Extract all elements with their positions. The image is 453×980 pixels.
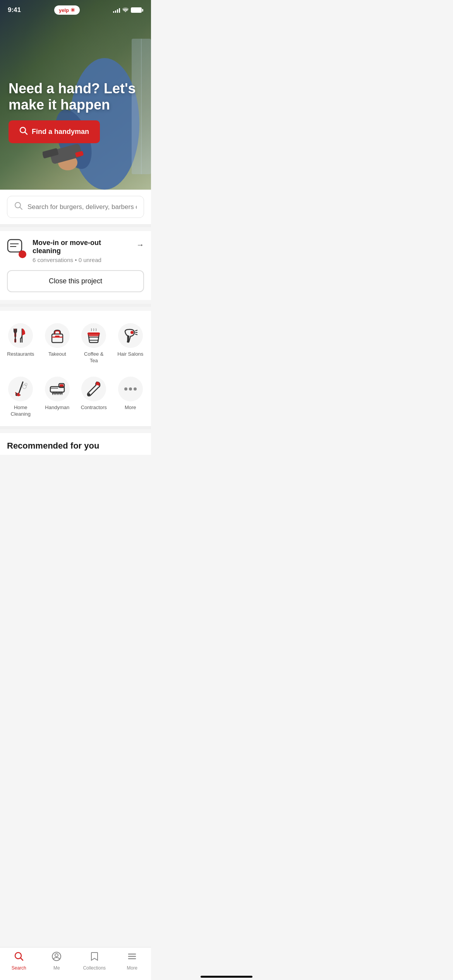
signal-icon <box>113 7 120 13</box>
svg-rect-31 <box>55 336 60 337</box>
hero-section: Need a hand? Let's make it happen Find a… <box>0 0 151 190</box>
status-icons <box>113 7 143 13</box>
close-project-button[interactable]: Close this project <box>7 270 144 292</box>
fork-knife-icon <box>12 327 29 344</box>
find-handyman-button[interactable]: Find a handyman <box>9 120 100 143</box>
chat-bubbles-icon <box>7 239 27 259</box>
category-takeout[interactable]: Takeout <box>41 319 74 369</box>
recommended-section: Recommended for you <box>0 433 151 455</box>
hair-salons-icon-wrap <box>118 323 143 348</box>
recommended-title: Recommended for you <box>7 441 144 451</box>
svg-line-36 <box>135 330 137 331</box>
hero-title: Need a hand? Let's make it happen <box>9 81 142 113</box>
category-home-cleaning[interactable]: Home Cleaning <box>4 372 38 422</box>
restaurants-label: Restaurants <box>7 351 34 358</box>
find-handyman-label: Find a handyman <box>32 128 89 136</box>
yelp-logo: yelp ✳ <box>54 5 80 15</box>
handyman-label: Handyman <box>45 404 69 411</box>
restaurants-icon-wrap <box>8 323 33 348</box>
search-input[interactable] <box>27 203 137 211</box>
separator-1 <box>0 224 151 227</box>
wifi-icon <box>122 7 129 13</box>
broom-icon <box>12 380 29 397</box>
svg-point-35 <box>131 332 133 333</box>
hero-text-area: Need a hand? Let's make it happen Find a… <box>9 81 142 143</box>
category-contractors[interactable]: Contractors <box>77 372 111 422</box>
categories-grid: Restaurants Takeout <box>4 319 147 422</box>
home-cleaning-label: Home Cleaning <box>6 404 35 418</box>
project-info: Move-in or move-out cleaning 6 conversat… <box>33 239 131 263</box>
category-handyman[interactable]: Handyman <box>41 372 74 422</box>
separator-2 <box>0 304 151 307</box>
more-dots-icon <box>122 380 139 397</box>
svg-line-38 <box>135 334 137 335</box>
takeout-icon-wrap <box>45 323 70 348</box>
svg-line-11 <box>20 207 22 209</box>
categories-section: Restaurants Takeout <box>0 311 151 426</box>
project-meta: 6 conversations • 0 unread <box>33 257 131 263</box>
svg-point-52 <box>134 387 137 391</box>
yelp-star-icon: ✳ <box>70 7 75 13</box>
contractors-icon-wrap <box>81 377 106 401</box>
coffee-cup-icon <box>85 327 102 344</box>
category-coffee-tea[interactable]: Coffee & Tea <box>77 319 111 369</box>
svg-point-51 <box>129 387 132 391</box>
handyman-icon-wrap <box>45 377 70 401</box>
separator-3 <box>0 426 151 429</box>
project-title: Move-in or move-out cleaning <box>33 239 131 255</box>
status-time: 9:41 <box>8 6 21 14</box>
svg-rect-33 <box>89 337 98 340</box>
svg-rect-46 <box>60 384 63 387</box>
contractors-label: Contractors <box>81 404 107 411</box>
search-bar[interactable] <box>7 196 144 218</box>
takeout-label: Takeout <box>48 351 66 358</box>
bottom-spacer <box>0 455 151 493</box>
hair-dryer-icon <box>122 327 139 344</box>
project-arrow-icon: → <box>136 240 144 249</box>
more-categories-label: More <box>125 404 136 411</box>
saw-icon <box>49 380 66 397</box>
svg-line-9 <box>25 132 27 135</box>
svg-rect-29 <box>52 334 63 343</box>
project-card: Move-in or move-out cleaning 6 conversat… <box>0 231 151 300</box>
project-icons <box>7 239 27 259</box>
coffee-tea-label: Coffee & Tea <box>79 351 108 364</box>
search-section <box>0 190 151 224</box>
svg-point-48 <box>88 393 90 396</box>
battery-icon <box>131 7 143 13</box>
home-cleaning-icon-wrap <box>8 377 33 401</box>
project-card-header: Move-in or move-out cleaning 6 conversat… <box>7 239 144 263</box>
search-icon <box>19 127 28 137</box>
coffee-icon-wrap <box>81 323 106 348</box>
more-icon-wrap <box>118 377 143 401</box>
category-hair-salons[interactable]: Hair Salons <box>114 319 148 369</box>
hair-salons-label: Hair Salons <box>117 351 143 358</box>
wrench-icon <box>85 380 102 397</box>
category-more[interactable]: More <box>114 372 148 422</box>
svg-rect-32 <box>88 332 100 335</box>
svg-point-15 <box>19 250 26 258</box>
svg-rect-12 <box>8 240 22 252</box>
status-bar: 9:41 yelp ✳ <box>0 0 151 17</box>
category-restaurants[interactable]: Restaurants <box>4 319 38 369</box>
takeout-bag-icon <box>49 327 66 344</box>
svg-point-50 <box>124 387 127 391</box>
search-bar-icon <box>14 202 23 212</box>
